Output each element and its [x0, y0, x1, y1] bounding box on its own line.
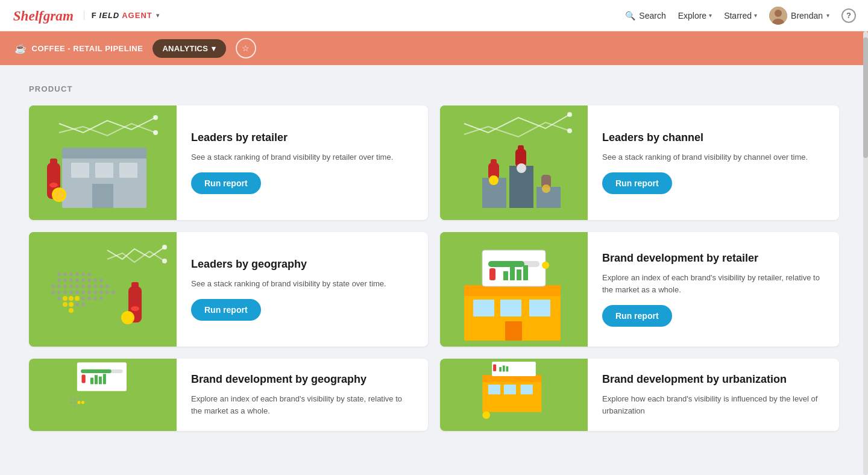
svg-point-35 [63, 272, 67, 276]
svg-point-48 [51, 285, 55, 288]
shelfgram-logo[interactable]: Shelfgram [12, 6, 77, 25]
svg-rect-103 [488, 261, 524, 267]
svg-point-51 [69, 285, 73, 288]
user-chevron-icon: ▾ [826, 12, 829, 19]
svg-rect-10 [92, 184, 113, 208]
scrollbar[interactable] [863, 31, 868, 475]
svg-point-76 [99, 297, 103, 300]
svg-point-16 [153, 115, 158, 120]
svg-point-63 [81, 291, 85, 294]
card-title-brand-urbanization: Brand development by urbanization [602, 373, 825, 386]
svg-rect-137 [504, 385, 516, 394]
svg-point-36 [69, 272, 73, 276]
svg-rect-23 [491, 159, 497, 165]
user-menu[interactable]: Brendan ▾ [769, 7, 829, 25]
help-button[interactable]: ? [841, 8, 856, 23]
svg-rect-99 [505, 321, 522, 341]
run-report-button-retailers[interactable]: Run report [191, 172, 261, 194]
card-image-geography [29, 232, 177, 347]
card-image-channel [440, 105, 588, 220]
run-report-button-brand-retailer[interactable]: Run report [602, 305, 672, 327]
svg-point-79 [75, 303, 79, 306]
svg-rect-135 [506, 366, 509, 372]
svg-point-62 [75, 291, 79, 294]
svg-point-49 [57, 285, 61, 288]
cards-grid: Leaders by retailer See a stack ranking … [29, 105, 839, 431]
run-report-button-channel[interactable]: Run report [602, 172, 672, 194]
card-content-retailer: Leaders by retailer See a stack ranking … [177, 105, 428, 220]
svg-rect-12 [50, 159, 57, 166]
section-title: PRODUCT [29, 84, 839, 93]
svg-point-82 [69, 296, 74, 301]
svg-point-67 [105, 291, 109, 294]
svg-point-68 [112, 291, 115, 294]
svg-text:Shelfgram: Shelfgram [13, 7, 74, 23]
svg-point-44 [81, 278, 85, 282]
svg-point-120 [74, 397, 77, 400]
svg-point-42 [69, 278, 73, 282]
starred-chevron-icon: ▾ [754, 12, 757, 19]
svg-point-29 [542, 184, 550, 193]
card-brand-dev-retailer: Brand development by retailer Explore an… [440, 232, 839, 347]
card-desc-brand-urbanization: Explore how each brand's visibility is i… [602, 393, 825, 417]
svg-point-13 [49, 183, 58, 187]
svg-point-83 [75, 296, 80, 301]
search-button[interactable]: 🔍 Search [625, 11, 665, 20]
svg-point-55 [93, 285, 97, 288]
explore-button[interactable]: Explore ▾ [678, 11, 712, 20]
card-title-retailers: Leaders by retailer [191, 131, 414, 144]
svg-rect-96 [473, 300, 494, 316]
svg-rect-133 [499, 367, 502, 372]
svg-rect-32 [29, 232, 177, 347]
svg-point-127 [81, 401, 84, 404]
search-label: Search [639, 11, 665, 20]
subheader: ☕ COFFEE - RETAIL PIPELINE ANALYTICS ▾ ☆ [0, 31, 868, 65]
scrollbar-thumb[interactable] [863, 37, 868, 158]
coffee-text: COFFEE - RETAIL PIPELINE [32, 44, 143, 53]
svg-rect-105 [503, 271, 508, 280]
card-leaders-by-channel: Leaders by channel See a stack ranking o… [440, 105, 839, 220]
svg-rect-108 [523, 265, 528, 280]
svg-point-61 [69, 291, 73, 294]
card-leaders-by-geography: Leaders by geography See a stack ranking… [29, 232, 428, 347]
card-content-geography: Leaders by geography See a stack ranking… [177, 232, 428, 347]
svg-rect-106 [510, 267, 515, 280]
svg-point-75 [93, 297, 97, 300]
card-title-geography: Leaders by geography [191, 258, 414, 271]
svg-rect-116 [95, 375, 98, 384]
run-report-button-geography[interactable]: Run report [191, 299, 261, 321]
svg-point-52 [75, 285, 79, 288]
fieldagent-logo[interactable]: F IELD AGENT ▾ [84, 11, 160, 20]
card-desc-channel: See a stack ranking of brand visibility … [602, 151, 825, 163]
explore-chevron-icon: ▾ [709, 12, 712, 19]
svg-rect-9 [119, 163, 137, 178]
svg-point-121 [78, 397, 80, 400]
star-button[interactable]: ☆ [236, 38, 256, 58]
svg-rect-113 [81, 370, 112, 373]
svg-point-86 [69, 308, 74, 313]
star-icon: ☆ [242, 43, 250, 53]
svg-point-59 [57, 291, 61, 294]
card-content-brand-urbanization: Brand development by urbanization Explor… [588, 359, 839, 431]
svg-rect-131 [492, 362, 536, 376]
svg-point-64 [87, 291, 91, 294]
svg-rect-129 [482, 380, 541, 412]
svg-point-57 [105, 285, 109, 288]
card-brand-dev-geography: Brand development by geography Explore a… [29, 359, 428, 431]
header: Shelfgram F IELD AGENT ▾ 🔍 Search Explor… [0, 0, 868, 31]
coffee-icon: ☕ [14, 43, 27, 54]
svg-point-56 [99, 285, 103, 288]
svg-point-54 [87, 285, 91, 288]
svg-point-84 [63, 302, 68, 307]
svg-point-41 [63, 278, 67, 282]
svg-point-39 [87, 272, 91, 276]
svg-point-45 [87, 278, 91, 282]
svg-point-69 [57, 297, 61, 300]
svg-point-38 [81, 272, 85, 276]
card-image-retailer [29, 105, 177, 220]
svg-rect-25 [518, 145, 524, 151]
analytics-button[interactable]: ANALYTICS ▾ [153, 39, 225, 58]
svg-rect-88 [131, 282, 139, 289]
card-title-channel: Leaders by channel [602, 131, 825, 144]
starred-button[interactable]: Starred ▾ [724, 11, 757, 20]
